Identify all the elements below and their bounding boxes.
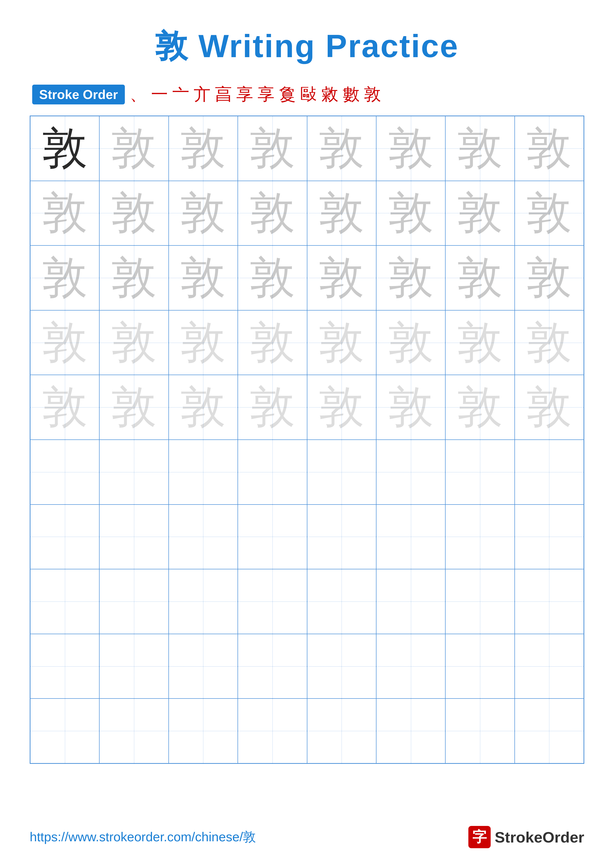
grid-cell-empty[interactable]	[445, 440, 515, 505]
grid-cell-empty[interactable]	[307, 569, 376, 634]
grid-cell[interactable]: 敦	[169, 116, 238, 181]
grid-cell[interactable]: 敦	[169, 310, 238, 375]
grid-cell[interactable]: 敦	[99, 116, 168, 181]
grid-cell[interactable]: 敦	[30, 116, 99, 181]
grid-cell[interactable]: 敦	[169, 375, 238, 440]
grid-cell[interactable]: 敦	[238, 375, 307, 440]
grid-cell-empty[interactable]	[445, 634, 515, 699]
grid-cell-empty[interactable]	[445, 569, 515, 634]
grid-cell[interactable]: 敦	[376, 181, 445, 246]
practice-char: 敦	[527, 321, 571, 365]
grid-cell-empty[interactable]	[238, 505, 307, 569]
grid-cell-empty[interactable]	[169, 505, 238, 569]
grid-cell[interactable]: 敦	[445, 245, 515, 310]
grid-cell-empty[interactable]	[376, 440, 445, 505]
stroke-10: 敹	[322, 83, 338, 105]
grid-cell-empty[interactable]	[307, 440, 376, 505]
grid-cell[interactable]: 敦	[515, 245, 584, 310]
practice-char: 敦	[458, 126, 502, 171]
practice-char: 敦	[389, 321, 433, 365]
grid-cell-empty[interactable]	[515, 440, 584, 505]
grid-cell[interactable]: 敦	[30, 181, 99, 246]
grid-cell-empty[interactable]	[238, 634, 307, 699]
grid-cell-empty[interactable]	[30, 440, 99, 505]
grid-cell[interactable]: 敦	[238, 245, 307, 310]
grid-cell-empty[interactable]	[238, 440, 307, 505]
practice-char: 敦	[112, 256, 156, 300]
grid-cell-empty[interactable]	[376, 634, 445, 699]
grid-cell-empty[interactable]	[169, 699, 238, 763]
grid-cell[interactable]: 敦	[445, 181, 515, 246]
grid-cell-empty[interactable]	[376, 569, 445, 634]
grid-cell-empty[interactable]	[307, 505, 376, 569]
grid-cell[interactable]: 敦	[376, 245, 445, 310]
grid-cell[interactable]: 敦	[307, 375, 376, 440]
grid-cell-empty[interactable]	[307, 634, 376, 699]
grid-cell-empty[interactable]	[376, 505, 445, 569]
grid-cell-empty[interactable]	[445, 699, 515, 763]
grid-cell-empty[interactable]	[30, 634, 99, 699]
stroke-12: 敦	[364, 83, 381, 105]
grid-cell[interactable]: 敦	[169, 181, 238, 246]
grid-cell[interactable]: 敦	[445, 116, 515, 181]
page-title: 敦 Writing Practice	[30, 15, 584, 68]
grid-cell[interactable]: 敦	[238, 310, 307, 375]
grid-cell[interactable]: 敦	[307, 116, 376, 181]
grid-cell[interactable]: 敦	[238, 116, 307, 181]
logo-icon: 字	[468, 826, 491, 848]
grid-cell-empty[interactable]	[169, 569, 238, 634]
grid-cell-empty[interactable]	[99, 505, 168, 569]
practice-char: 敦	[43, 321, 87, 365]
grid-cell-empty[interactable]	[30, 505, 99, 569]
practice-char: 敦	[43, 385, 87, 429]
grid-cell-empty[interactable]	[99, 440, 168, 505]
stroke-4: 亣	[194, 83, 210, 105]
grid-cell[interactable]: 敦	[99, 181, 168, 246]
grid-cell[interactable]: 敦	[515, 375, 584, 440]
grid-cell-empty[interactable]	[99, 699, 168, 763]
grid-cell-empty[interactable]	[307, 699, 376, 763]
grid-cell[interactable]: 敦	[99, 245, 168, 310]
practice-char: 敦	[112, 126, 156, 171]
stroke-5: 亯	[215, 83, 232, 105]
practice-char: 敦	[181, 385, 225, 429]
grid-cell-empty[interactable]	[30, 569, 99, 634]
grid-cell-empty[interactable]	[238, 699, 307, 763]
grid-cell-empty[interactable]	[376, 699, 445, 763]
grid-cell[interactable]: 敦	[376, 310, 445, 375]
grid-cell[interactable]: 敦	[30, 375, 99, 440]
grid-cell[interactable]: 敦	[30, 245, 99, 310]
grid-cell[interactable]: 敦	[376, 375, 445, 440]
grid-cell-empty[interactable]	[515, 699, 584, 763]
grid-cell-empty[interactable]	[445, 505, 515, 569]
grid-cell[interactable]: 敦	[307, 181, 376, 246]
grid-cell[interactable]: 敦	[99, 310, 168, 375]
practice-char: 敦	[389, 191, 433, 235]
grid-cell-empty[interactable]	[515, 505, 584, 569]
grid-cell-empty[interactable]	[99, 569, 168, 634]
grid-cell-empty[interactable]	[169, 440, 238, 505]
grid-cell[interactable]: 敦	[169, 245, 238, 310]
grid-cell-empty[interactable]	[99, 634, 168, 699]
practice-char: 敦	[250, 126, 295, 171]
footer-url[interactable]: https://www.strokeorder.com/chinese/敦	[30, 828, 256, 846]
grid-cell[interactable]: 敦	[307, 245, 376, 310]
grid-cell-empty[interactable]	[515, 634, 584, 699]
grid-cell[interactable]: 敦	[307, 310, 376, 375]
grid-cell[interactable]: 敦	[99, 375, 168, 440]
grid-cell[interactable]: 敦	[376, 116, 445, 181]
stroke-chars: 、 一 亠 亣 亯 享 享 敻 敺 敹 數 敦	[130, 83, 381, 105]
grid-cell[interactable]: 敦	[445, 375, 515, 440]
grid-cell[interactable]: 敦	[515, 181, 584, 246]
practice-char: 敦	[458, 385, 502, 429]
grid-cell-empty[interactable]	[30, 699, 99, 763]
grid-cell[interactable]: 敦	[515, 310, 584, 375]
grid-cell-empty[interactable]	[169, 634, 238, 699]
grid-cell[interactable]: 敦	[30, 310, 99, 375]
footer: https://www.strokeorder.com/chinese/敦 字 …	[30, 826, 584, 848]
grid-cell[interactable]: 敦	[238, 181, 307, 246]
grid-cell[interactable]: 敦	[515, 116, 584, 181]
grid-cell[interactable]: 敦	[445, 310, 515, 375]
grid-cell-empty[interactable]	[515, 569, 584, 634]
grid-cell-empty[interactable]	[238, 569, 307, 634]
